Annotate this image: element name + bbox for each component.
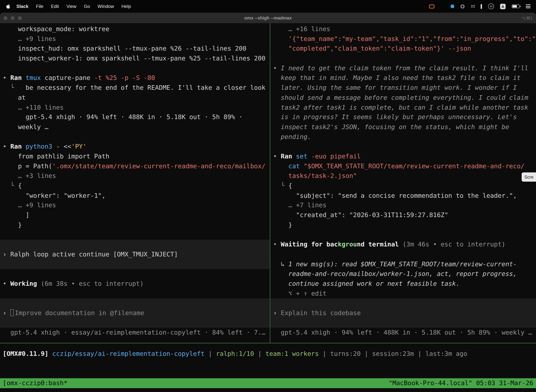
drop-icon[interactable]	[450, 5, 454, 8]
queued-message-band	[0, 259, 270, 269]
terminal-text-segment: Ran	[281, 153, 296, 160]
tmux-pane-right[interactable]: … +16 lines '{"team_name":"my-team","tas…	[270, 24, 536, 343]
apple-menu-icon[interactable]	[5, 3, 10, 9]
gauge-icon[interactable]: .61	[488, 3, 494, 9]
window-title: omx --xhigh --madmax	[0, 15, 536, 20]
pane-status-line: gpt-5.4 xhigh · essay/ai-reimplementatio…	[0, 328, 270, 338]
pill-icon[interactable]	[481, 4, 482, 9]
tool-output-line: ]	[0, 210, 270, 220]
screen: Slack File Edit View Go Window Help .61 …	[0, 0, 536, 392]
terminal-text-segment: •	[273, 241, 281, 248]
terminal-text-segment: "worker": "worker-1",	[3, 192, 106, 199]
terminal-text-segment: Working	[10, 280, 41, 287]
terminal-text-segment: last:3m ago	[425, 350, 467, 357]
terminal-text-segment: weekly …	[3, 123, 48, 131]
tool-output-line: "created_at": "2026-03-31T11:59:27.816Z"	[270, 210, 536, 220]
terminal-text-segment: Ran	[10, 74, 26, 81]
thinking-line: is in progress? It seems likely but perh…	[270, 112, 536, 122]
collapsed-lines-marker: … +3 lines	[0, 171, 270, 181]
terminal-text-segment: python3	[25, 143, 56, 150]
window-titlebar[interactable]: omx --xhigh --madmax ⌥⌘1	[0, 13, 536, 23]
tool-call-line: • Ran python3 - <<'PY'	[0, 142, 270, 152]
tool-call-line: '{"team_name":"my-team","task_id":"1","f…	[270, 34, 536, 44]
tool-call-line: • Ran tmux capture-pane -t %25 -p -S -80	[0, 73, 270, 83]
close-button[interactable]	[3, 16, 7, 20]
input-source-icon[interactable]: A	[500, 4, 506, 9]
terminal-text-segment: "completed","claim_token":"claim-token"}…	[288, 45, 448, 52]
tool-call-line: p = Path('.omx/state/team/review-current…	[0, 161, 270, 171]
terminal-text-segment: |	[254, 350, 266, 357]
tool-call-line: "completed","claim_token":"claim-token"}…	[270, 44, 536, 54]
terminal-text-segment: cat	[288, 163, 304, 170]
terminal-text-segment: is in progress? It seems likely but perh…	[273, 113, 517, 121]
collapsed-lines-marker: … +9 lines	[0, 201, 270, 210]
blank-line	[270, 250, 536, 259]
terminal-text-segment: •	[3, 143, 10, 150]
terminal-text-segment: readme-and-reco/mailbox/worker-1.json, a…	[273, 270, 517, 277]
queued-message-band	[0, 240, 270, 250]
terminal-text-segment: tasks/task-2.json"	[288, 172, 357, 179]
composer-band	[270, 318, 536, 328]
menu-help[interactable]: Help	[118, 4, 135, 9]
terminal-text-segment: └	[3, 182, 18, 189]
window-grid-icon[interactable]	[440, 5, 444, 8]
composer-band	[0, 318, 270, 328]
blank-line	[0, 289, 270, 299]
queued-message-line[interactable]: › Ralph loop active continue [OMX_TMUX_I…	[0, 250, 270, 259]
collapsed-lines-marker: … +7 lines	[270, 201, 536, 210]
terminal-text-segment: inspect_hud: omx sparkshell --tmux-pane …	[3, 45, 247, 52]
dots-grid-icon[interactable]	[470, 5, 475, 8]
terminal-text-segment: inspect task2's JSON, focusing on the st…	[273, 123, 509, 131]
thinking-line: • I need to get the claim token from the…	[270, 63, 536, 73]
blank-line	[270, 54, 536, 63]
menu-lines-icon[interactable]	[526, 5, 531, 8]
collapsed-lines-marker: … +110 lines	[0, 103, 270, 112]
terminal-text-segment: "subject": "send a concise recommendatio…	[273, 192, 517, 199]
terminal-text-segment: -euo pipefail	[311, 153, 361, 160]
traffic-lights	[0, 16, 22, 20]
composer-input[interactable]: › Explain this codebase	[270, 308, 536, 318]
zoom-button[interactable]	[18, 16, 22, 20]
terminal-text-segment: workspace_mode: worktree	[3, 25, 109, 33]
mailbox-notification-line: readme-and-reco/mailbox/worker-1.json, a…	[270, 269, 536, 279]
terminal-text-segment: •	[273, 65, 281, 72]
terminal-text-segment	[273, 163, 288, 170]
menu-edit[interactable]: Edit	[47, 4, 62, 9]
minimize-button[interactable]	[10, 16, 14, 20]
menu-file[interactable]: File	[32, 4, 47, 9]
menu-app-name[interactable]: Slack	[13, 4, 32, 9]
tool-output-line: }	[270, 220, 536, 230]
terminal-text-segment: should send a message before completing …	[273, 94, 528, 101]
composer-input[interactable]: › Improve documentation in @filename	[0, 308, 270, 318]
terminal-text-segment: session:23m	[372, 350, 414, 357]
battery-icon[interactable]	[512, 5, 520, 8]
composer-band	[0, 299, 270, 308]
tmux-pane-left[interactable]: workspace_mode: worktree … +9 lines insp…	[0, 24, 270, 343]
terminal-text-segment: Explain this codebase	[281, 309, 361, 317]
menu-view[interactable]: View	[62, 4, 80, 9]
terminal-text-segment: Waiting for bac	[281, 241, 338, 248]
tool-output-line: "worker": "worker-1",	[0, 191, 270, 201]
thinking-line: keep that in mind. Maybe I also need the…	[270, 73, 536, 83]
blank-line	[0, 269, 270, 279]
tmux-host-time: "MacBook-Pro-44.local" 05:03 31-Mar-26	[389, 378, 533, 388]
terminal-text-segment: └	[3, 84, 26, 91]
composer-band	[270, 299, 536, 308]
pane-status-line: gpt-5.4 xhigh · 94% left · 488K in · 5.1…	[270, 328, 536, 338]
tool-output-line: weekly …	[0, 122, 270, 132]
menu-window[interactable]: Window	[94, 4, 118, 9]
tool-output-line: }	[0, 220, 270, 230]
tool-output-line: gpt-5.4 xhigh · 94% left · 488K in · 5.1…	[0, 112, 270, 122]
terminal-text-segment: gpt-5.4 xhigh · 94% left · 488K in · 5.1…	[3, 113, 243, 121]
tool-output-line: inspect_worker-1: omx sparkshell --tmux-…	[0, 54, 270, 63]
omx-status-line: [OMX#0.11.9] cczip/essay/ai-reimplementa…	[0, 349, 536, 359]
terminal-text-segment: inspect_worker-1: omx sparkshell --tmux-…	[3, 55, 266, 62]
terminal-text-segment	[273, 172, 288, 179]
terminal-text-segment: {	[18, 182, 22, 189]
terminal-text-segment: turns:20	[330, 350, 361, 357]
circle-icon[interactable]	[460, 4, 464, 8]
collapsed-lines-marker: … +16 lines	[270, 24, 536, 34]
menu-go[interactable]: Go	[80, 4, 94, 9]
screen-recording-indicator-icon[interactable]	[429, 4, 434, 8]
terminal-text-segment: continue assigned work or next feasible …	[273, 280, 460, 287]
